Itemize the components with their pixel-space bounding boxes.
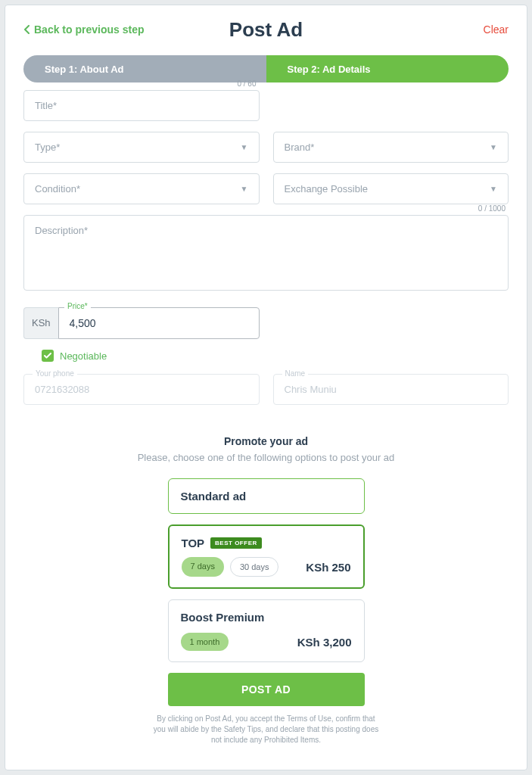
promo-option-top[interactable]: TOP BEST OFFER 7 days 30 days KSh 250 bbox=[168, 524, 365, 589]
promote-title: Promote your ad bbox=[23, 435, 509, 447]
description-counter: 0 / 1000 bbox=[478, 204, 506, 213]
description-input[interactable] bbox=[23, 215, 509, 291]
disclaimer-text: By clicking on Post Ad, you accept the T… bbox=[153, 714, 380, 745]
name-label: Name bbox=[282, 369, 309, 378]
top-duration-7days[interactable]: 7 days bbox=[182, 557, 224, 577]
price-label: Price* bbox=[64, 302, 91, 310]
page-title: Post Ad bbox=[229, 18, 303, 42]
clear-link[interactable]: Clear bbox=[484, 23, 509, 36]
chevron-left-icon bbox=[23, 25, 30, 34]
step-progress: Step 1: About Ad Step 2: Ad Details bbox=[23, 55, 509, 82]
title-input[interactable] bbox=[23, 90, 260, 121]
check-icon bbox=[44, 353, 51, 359]
chevron-down-icon: ▼ bbox=[241, 143, 248, 151]
exchange-select[interactable]: Exchange Possible ▼ bbox=[273, 173, 509, 204]
promo-standard-title: Standard ad bbox=[181, 490, 352, 503]
promo-boost-title: Boost Premium bbox=[181, 611, 352, 624]
promo-top-title: TOP bbox=[182, 537, 205, 549]
brand-placeholder: Brand* bbox=[285, 142, 315, 153]
type-select[interactable]: Type* ▼ bbox=[23, 132, 260, 163]
promote-subtitle: Please, choose one of the following opti… bbox=[23, 452, 509, 463]
exchange-placeholder: Exchange Possible bbox=[285, 183, 369, 195]
step-1[interactable]: Step 1: About Ad bbox=[23, 55, 266, 82]
back-link[interactable]: Back to previous step bbox=[23, 23, 145, 36]
chevron-down-icon: ▼ bbox=[490, 143, 497, 151]
step-2[interactable]: Step 2: Ad Details bbox=[266, 55, 509, 82]
negotiable-label: Negotiable bbox=[60, 350, 107, 362]
top-duration-30days[interactable]: 30 days bbox=[230, 557, 279, 577]
chevron-down-icon: ▼ bbox=[241, 185, 248, 193]
promo-boost-price: KSh 3,200 bbox=[297, 636, 352, 649]
price-input[interactable] bbox=[58, 307, 260, 339]
type-placeholder: Type* bbox=[35, 142, 60, 153]
promo-option-boost[interactable]: Boost Premium 1 month KSh 3,200 bbox=[168, 599, 365, 662]
boost-duration-1month[interactable]: 1 month bbox=[181, 633, 229, 651]
negotiable-checkbox[interactable] bbox=[42, 350, 54, 362]
brand-select[interactable]: Brand* ▼ bbox=[273, 132, 509, 163]
post-ad-button[interactable]: POST AD bbox=[168, 673, 365, 706]
promo-top-price: KSh 250 bbox=[306, 561, 350, 574]
condition-placeholder: Condition* bbox=[35, 183, 80, 195]
title-counter: 0 / 60 bbox=[237, 79, 256, 88]
name-input[interactable] bbox=[273, 374, 509, 405]
best-offer-badge: BEST OFFER bbox=[210, 537, 262, 549]
promo-option-standard[interactable]: Standard ad bbox=[168, 478, 365, 514]
phone-input[interactable] bbox=[23, 374, 260, 405]
currency-prefix: KSh bbox=[23, 307, 58, 339]
condition-select[interactable]: Condition* ▼ bbox=[23, 173, 260, 204]
phone-label: Your phone bbox=[33, 369, 77, 378]
back-label: Back to previous step bbox=[34, 23, 145, 36]
chevron-down-icon: ▼ bbox=[490, 185, 497, 193]
